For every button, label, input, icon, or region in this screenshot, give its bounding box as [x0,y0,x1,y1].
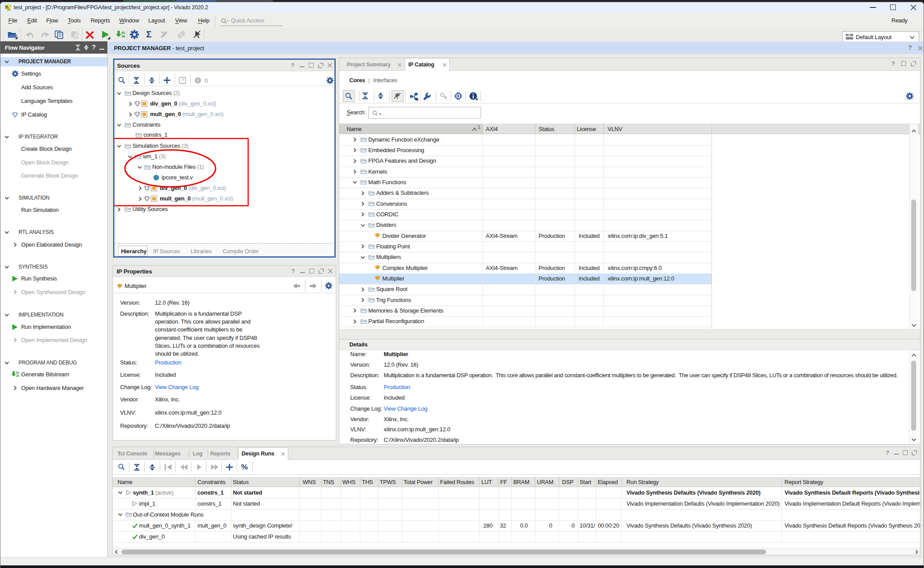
svg-text:01: 01 [16,371,19,374]
svg-text:10: 10 [16,374,19,377]
svg-text:?: ? [181,78,184,83]
svg-text:10: 10 [121,34,125,38]
